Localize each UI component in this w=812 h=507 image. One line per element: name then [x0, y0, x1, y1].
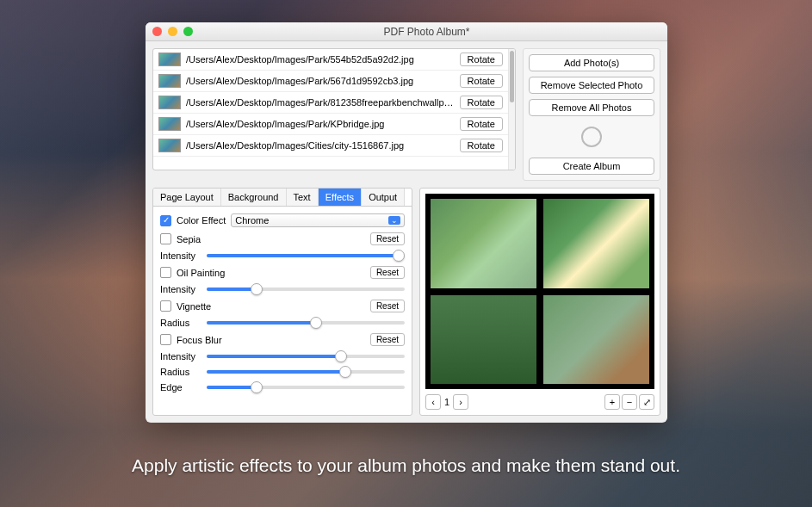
preview-tile [542, 197, 651, 290]
minimize-icon[interactable] [168, 27, 177, 36]
file-list: /Users/Alex/Desktop/Images/Park/554b52d5… [152, 48, 516, 170]
close-icon[interactable] [152, 27, 162, 36]
remove-selected-button[interactable]: Remove Selected Photo [529, 77, 654, 94]
tab-effects[interactable]: Effects [319, 189, 362, 206]
page-number: 1 [444, 397, 449, 407]
tab-text[interactable]: Text [287, 189, 319, 206]
slider-knob[interactable] [251, 283, 263, 295]
focus-slider-label: Intensity [160, 351, 201, 362]
scrollbar[interactable] [508, 49, 515, 170]
vignette-slider-label: Radius [160, 318, 201, 328]
zoom-icon[interactable] [183, 27, 193, 36]
sepia-intensity-slider[interactable] [207, 254, 405, 257]
file-row[interactable]: /Users/Alex/Desktop/Images/Park/812358fr… [153, 92, 508, 114]
preview-tile [429, 197, 538, 290]
sepia-label: Sepia [177, 234, 201, 244]
tab-bar: Page Layout Background Text Effects Outp… [153, 189, 412, 207]
oil-painting-label: Oil Painting [177, 268, 225, 278]
file-row[interactable]: /Users/Alex/Desktop/Images/Park/567d1d95… [153, 71, 508, 92]
oil-intensity-slider[interactable] [207, 288, 405, 291]
focus-radius-slider[interactable] [207, 370, 405, 374]
expand-button[interactable]: ⤢ [639, 394, 654, 410]
focus-slider-label: Edge [160, 382, 201, 393]
file-thumbnail [158, 117, 181, 131]
prev-page-button[interactable]: ‹ [425, 394, 441, 410]
create-album-button[interactable]: Create Album [529, 158, 654, 175]
tab-background[interactable]: Background [221, 189, 287, 206]
rotate-button[interactable]: Rotate [460, 117, 503, 131]
focus-blur-reset-button[interactable]: Reset [370, 333, 405, 346]
scrollbar-thumb[interactable] [510, 51, 514, 102]
rotate-button[interactable]: Rotate [460, 139, 503, 152]
vignette-reset-button[interactable]: Reset [370, 300, 405, 312]
rotate-button[interactable]: Rotate [460, 96, 503, 109]
file-path: /Users/Alex/Desktop/Images/Cities/city-1… [186, 140, 455, 151]
file-thumbnail [158, 139, 181, 152]
side-actions: Add Photo(s) Remove Selected Photo Remov… [523, 48, 660, 181]
file-path: /Users/Alex/Desktop/Images/Park/554b52d5… [186, 54, 455, 65]
focus-blur-checkbox[interactable] [160, 334, 171, 345]
file-row[interactable]: /Users/Alex/Desktop/Images/Cities/city-1… [153, 135, 508, 157]
slider-knob[interactable] [335, 350, 347, 362]
focus-edge-slider[interactable] [207, 386, 405, 389]
sepia-slider-label: Intensity [160, 250, 201, 261]
zoom-out-button[interactable]: − [622, 394, 637, 410]
preview-tile [542, 294, 651, 386]
focus-blur-label: Focus Blur [177, 335, 222, 345]
file-path: /Users/Alex/Desktop/Images/Park/812358fr… [186, 97, 455, 108]
tab-page-layout[interactable]: Page Layout [153, 189, 221, 206]
focus-slider-label: Radius [160, 367, 201, 377]
slider-knob[interactable] [310, 317, 322, 329]
preview-tile [429, 294, 538, 386]
slider-knob[interactable] [339, 366, 351, 378]
vignette-radius-slider[interactable] [207, 321, 405, 325]
app-window: PDF Photo Album* /Users/Alex/Desktop/Ima… [146, 22, 667, 423]
file-thumbnail [158, 53, 181, 66]
add-photos-button[interactable]: Add Photo(s) [529, 54, 654, 71]
oil-painting-reset-button[interactable]: Reset [370, 266, 405, 279]
file-thumbnail [158, 74, 181, 88]
file-path: /Users/Alex/Desktop/Images/Park/567d1d95… [186, 76, 455, 86]
sepia-reset-button[interactable]: Reset [370, 232, 405, 245]
preview-area [425, 194, 654, 389]
color-effect-label: Color Effect [177, 215, 226, 226]
zoom-in-button[interactable]: + [604, 394, 620, 410]
settings-panel: Page Layout Background Text Effects Outp… [152, 188, 412, 416]
preview-panel: ‹ 1 › + − ⤢ [419, 188, 660, 416]
vignette-checkbox[interactable] [160, 300, 171, 312]
focus-intensity-slider[interactable] [207, 355, 405, 358]
sepia-checkbox[interactable] [160, 233, 171, 244]
file-row[interactable]: /Users/Alex/Desktop/Images/Park/554b52d5… [153, 49, 508, 71]
oil-slider-label: Intensity [160, 284, 201, 294]
progress-spinner-icon [581, 127, 602, 147]
slider-knob[interactable] [393, 250, 405, 262]
file-path: /Users/Alex/Desktop/Images/Park/KPbridge… [186, 119, 455, 129]
window-title: PDF Photo Album* [193, 26, 660, 38]
vignette-label: Vignette [177, 301, 211, 312]
next-page-button[interactable]: › [453, 394, 468, 410]
color-effect-checkbox[interactable]: ✓ [160, 215, 171, 226]
titlebar: PDF Photo Album* [146, 22, 667, 41]
file-row[interactable]: /Users/Alex/Desktop/Images/Park/KPbridge… [153, 114, 508, 135]
oil-painting-checkbox[interactable] [160, 267, 171, 278]
rotate-button[interactable]: Rotate [460, 74, 503, 88]
marketing-caption: Apply artistic effects to your album pho… [0, 455, 812, 476]
rotate-button[interactable]: Rotate [460, 53, 503, 66]
slider-knob[interactable] [251, 381, 263, 393]
file-thumbnail [158, 96, 181, 109]
remove-all-button[interactable]: Remove All Photos [529, 99, 654, 116]
chevron-down-icon: ⌄ [388, 216, 400, 225]
color-effect-select[interactable]: Chrome⌄ [231, 213, 405, 227]
tab-output[interactable]: Output [362, 189, 405, 206]
